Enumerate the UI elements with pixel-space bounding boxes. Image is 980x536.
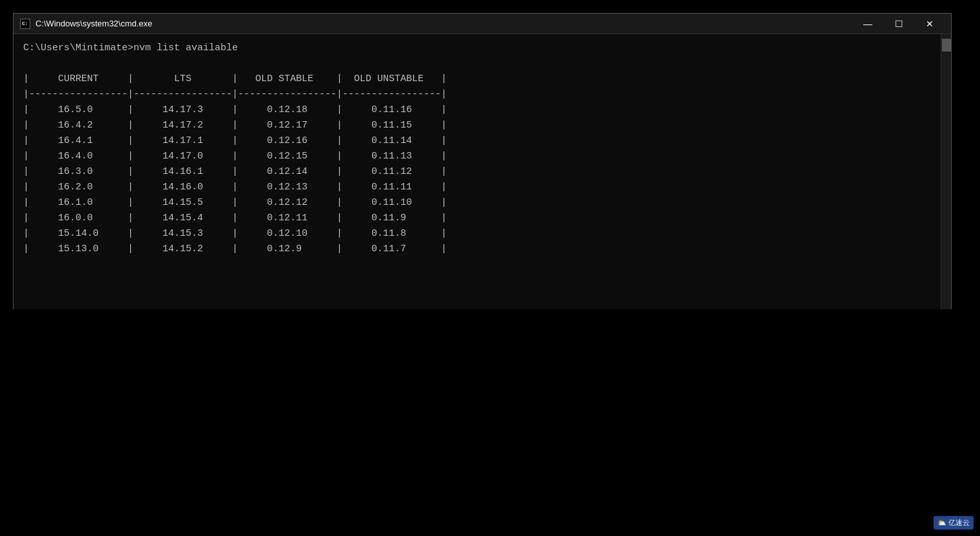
minimize-button[interactable]: — <box>853 14 883 34</box>
scrollbar-thumb[interactable] <box>942 39 951 52</box>
scrollbar[interactable] <box>941 34 951 321</box>
titlebar-left: C: C:\Windows\system32\cmd.exe <box>20 19 152 29</box>
close-button[interactable]: ✕ <box>915 14 945 34</box>
maximize-button[interactable]: ☐ <box>884 14 914 34</box>
window-title: C:\Windows\system32\cmd.exe <box>35 19 152 28</box>
cmd-window: C: C:\Windows\system32\cmd.exe — ☐ ✕ C:\… <box>13 13 952 322</box>
terminal-output: C:\Users\Mintimate>nvm list available | … <box>23 41 941 257</box>
bottom-area <box>0 309 980 536</box>
watermark-label: ⛅ 亿速云 <box>934 516 974 530</box>
titlebar: C: C:\Windows\system32\cmd.exe — ☐ ✕ <box>14 14 951 34</box>
titlebar-controls: — ☐ ✕ <box>853 14 945 34</box>
terminal-content: C:\Users\Mintimate>nvm list available | … <box>14 34 951 321</box>
cmd-icon: C: <box>20 19 30 29</box>
